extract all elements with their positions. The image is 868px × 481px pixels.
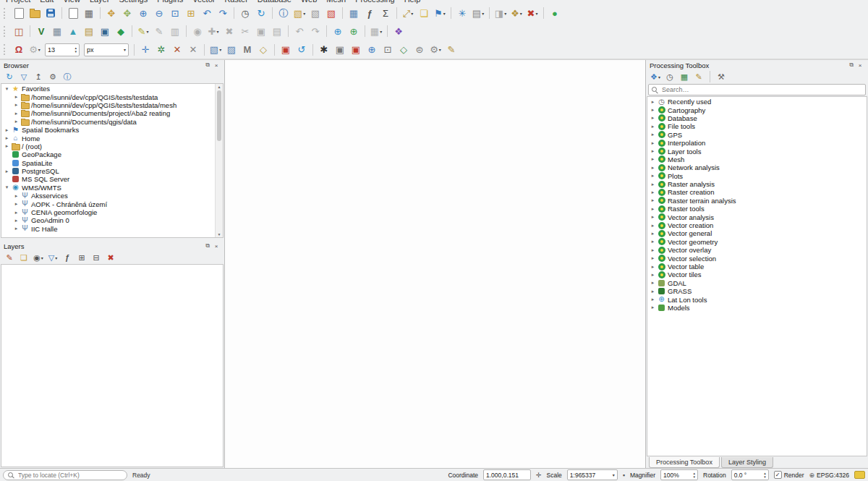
highlight-labels-icon[interactable]: ◇ — [255, 43, 271, 57]
menu-layer[interactable]: Layer — [90, 0, 110, 4]
browser-tree-item[interactable]: ▸⌂Home — [1, 134, 216, 142]
rotate-label-icon[interactable]: ↺ — [294, 43, 310, 57]
expand-arrow-icon[interactable]: ▸ — [649, 247, 657, 253]
expand-arrow-icon[interactable]: ▸ — [649, 182, 657, 187]
snapping-mode-icon[interactable]: ⚙▾ — [27, 43, 43, 57]
browser-tree-item[interactable]: ▸/home/isunni/dev/cpp/QGIS/tests/testdat… — [1, 101, 216, 109]
new-bookmark-icon[interactable]: ⚑▾ — [432, 6, 448, 20]
processing-tree-item[interactable]: ▸◷Recently used — [647, 98, 867, 106]
identify-features-icon[interactable]: ⓘ — [276, 6, 292, 20]
menu-project[interactable]: Project — [6, 0, 30, 4]
menu-mesh[interactable]: Mesh — [326, 0, 346, 4]
expand-arrow-icon[interactable]: ▸ — [649, 297, 657, 302]
locate-input[interactable] — [17, 471, 122, 480]
processing-tree-item[interactable]: ▸Vector general — [647, 229, 867, 237]
collapse-arrow-icon[interactable]: ▾ — [3, 86, 11, 92]
toolbar-handle[interactable] — [4, 8, 8, 19]
expand-arrow-icon[interactable]: ▸ — [649, 255, 657, 261]
menu-database[interactable]: Database — [258, 0, 292, 4]
tab-layer-styling[interactable]: Layer Styling — [721, 457, 773, 468]
extent-tool-icon[interactable]: ⊡ — [380, 43, 396, 57]
layout-manager-icon[interactable]: ▦ — [81, 6, 97, 20]
properties-icon[interactable]: ⚙ — [46, 72, 59, 82]
copy-features-icon[interactable]: ▣ — [253, 24, 269, 38]
add-vector-layer-icon[interactable]: V — [33, 24, 49, 38]
expand-arrow-icon[interactable]: ▸ — [12, 201, 20, 207]
edit-in-place-icon[interactable]: ✎ — [692, 72, 705, 82]
undock-icon[interactable]: ⧉ — [847, 61, 856, 69]
scale-lock-icon[interactable]: ▪ — [623, 472, 625, 479]
expand-arrow-icon[interactable]: ▸ — [12, 102, 20, 108]
browser-tree-item[interactable]: ▸/home/isunni/Documents/project/Aba2 rea… — [1, 109, 216, 117]
expand-arrow-icon[interactable]: ▸ — [3, 127, 11, 133]
toolbar-handle[interactable] — [4, 44, 8, 55]
browser-tree-item[interactable]: MS SQL Server — [1, 175, 216, 183]
expand-arrow-icon[interactable]: ▸ — [649, 99, 657, 105]
expand-arrow-icon[interactable]: ▸ — [649, 206, 657, 212]
pan-map-icon[interactable]: ✥ — [103, 6, 119, 20]
expand-all-icon[interactable]: ⊞ — [75, 252, 88, 263]
map-theme-icon[interactable]: ❖ — [391, 24, 407, 38]
expand-arrow-icon[interactable]: ▸ — [649, 173, 657, 179]
processing-tree-item[interactable]: ▸GRASS — [647, 287, 867, 295]
browser-tree-item[interactable]: ▸ΨGeoAdmin 0 — [1, 216, 216, 224]
zoom-in-icon[interactable]: ⊕ — [135, 6, 151, 20]
expand-arrow-icon[interactable]: ▸ — [649, 165, 657, 171]
expand-arrow-icon[interactable]: ▸ — [649, 264, 657, 270]
menu-vector[interactable]: Vector — [192, 0, 215, 4]
zoom-last-icon[interactable]: ↶ — [199, 6, 215, 20]
expand-arrow-icon[interactable]: ▸ — [12, 218, 20, 224]
grid-tools-icon[interactable]: ▦▾ — [368, 24, 384, 38]
scroll-down-icon[interactable]: ▼ — [218, 232, 221, 237]
new-geopackage-icon[interactable]: ◆ — [113, 24, 129, 38]
processing-search-input[interactable] — [660, 85, 862, 94]
browser-tree-item[interactable]: ▸/home/isunni/dev/cpp/QGIS/tests/testdat… — [1, 93, 216, 101]
expand-arrow-icon[interactable]: ▸ — [649, 197, 657, 203]
scroll-up-icon[interactable]: ▲ — [218, 85, 221, 89]
expand-arrow-icon[interactable]: ▸ — [649, 190, 657, 195]
move-label-icon[interactable]: ▣ — [278, 43, 294, 57]
processing-tree-item[interactable]: ▸Vector geometry — [647, 238, 867, 246]
rotation-spin[interactable]: 0.0 ° ▴▾ — [731, 469, 769, 480]
processing-tree-item[interactable]: ▸Layer tools — [647, 147, 867, 155]
map-canvas[interactable] — [225, 60, 645, 468]
toggle-editing-icon[interactable]: ✎ — [151, 24, 167, 38]
processing-tree-item[interactable]: ▸Raster analysis — [647, 180, 867, 188]
select-features-icon[interactable]: ▧▾ — [292, 6, 307, 20]
add-raster-layer-icon[interactable]: ▦ — [49, 24, 65, 38]
browser-tree-item[interactable]: ▸/home/isunni/Documents/qgis/data — [1, 118, 216, 126]
menu-web[interactable]: Web — [301, 0, 317, 4]
processing-tree-item[interactable]: ▸Vector analysis — [647, 213, 867, 221]
processing-tree-item[interactable]: ▸Vector tiles — [647, 271, 867, 278]
processing-tree-item[interactable]: ▸Vector table — [647, 263, 867, 271]
processing-tree-item[interactable]: ▸GPS — [647, 131, 867, 139]
open-project-icon[interactable] — [27, 6, 43, 20]
processing-tree-item[interactable]: ▸Vector creation — [647, 221, 867, 229]
snapping-toggle-icon[interactable]: Ω — [11, 43, 27, 57]
cut-features-icon[interactable]: ✂ — [237, 24, 253, 38]
globe-tool-icon[interactable]: ⊜ — [412, 43, 427, 57]
menu-edit[interactable]: Edit — [40, 0, 54, 4]
save-project-icon[interactable] — [43, 6, 59, 20]
expand-arrow-icon[interactable]: ▸ — [12, 119, 20, 124]
data-defined-icon[interactable]: ◨▾ — [493, 6, 509, 20]
raster-tool-icon[interactable]: ▣ — [348, 43, 364, 57]
osm-place-search-icon[interactable]: ⊕ — [330, 24, 346, 38]
topological-editing-icon[interactable]: ✛ — [137, 43, 153, 57]
undock-icon[interactable]: ⧉ — [203, 61, 212, 69]
expand-arrow-icon[interactable]: ▸ — [649, 124, 657, 129]
processing-tree-item[interactable]: ▸Vector selection — [647, 254, 867, 262]
open-layer-styling-icon[interactable]: ✎ — [3, 252, 16, 263]
processing-tree-item[interactable]: ▸Vector overlay — [647, 246, 867, 254]
scroll-thumb[interactable] — [217, 90, 221, 141]
render-checkbox[interactable]: ✓ — [774, 471, 782, 479]
menu-processing[interactable]: Processing — [355, 0, 394, 4]
attribute-table-icon[interactable]: ▦ — [346, 6, 362, 20]
temporal-controller-icon[interactable]: ◷ — [237, 6, 253, 20]
zoom-full-icon[interactable]: ⊡ — [167, 6, 183, 20]
expand-arrow-icon[interactable]: ▸ — [649, 140, 657, 146]
browser-tree-item[interactable]: ▸ΨIIC Halle — [1, 225, 216, 233]
expand-arrow-icon[interactable]: ▸ — [3, 169, 11, 174]
remove-selection-icon[interactable]: ✖▾ — [524, 6, 540, 20]
expand-arrow-icon[interactable]: ▸ — [649, 280, 657, 286]
